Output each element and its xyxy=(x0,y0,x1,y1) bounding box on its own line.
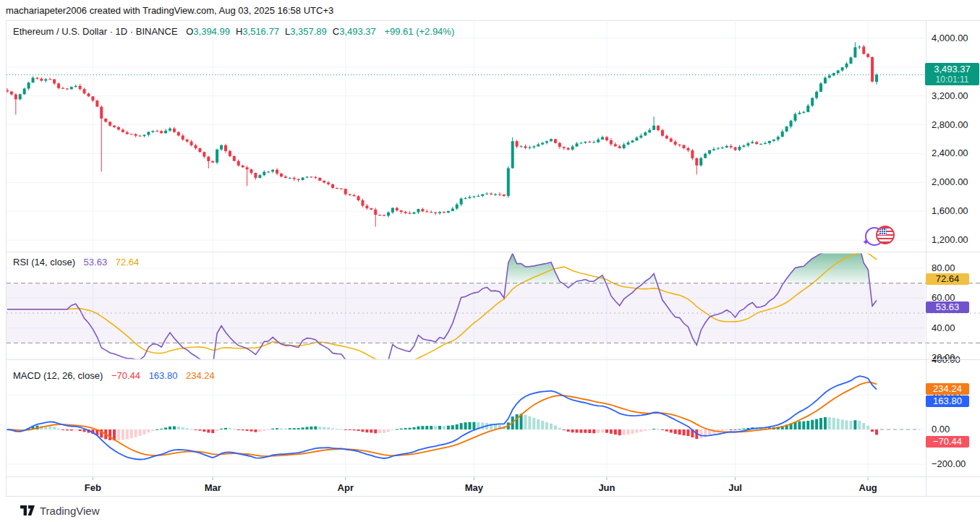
ohlc-label: C xyxy=(333,26,339,37)
price-axis-tick: 2,000.00 xyxy=(932,177,968,187)
rsi-title[interactable]: RSI (14, close) xyxy=(13,257,75,268)
rsi-pane[interactable] xyxy=(7,246,925,373)
price-axis-tick: 4,000.00 xyxy=(932,33,968,43)
rsi-axis-tick: 40.00 xyxy=(932,323,955,333)
symbol-header[interactable]: Ethereum / U.S. Dollar · 1D · BINANCE O3… xyxy=(13,26,454,37)
rsi-ma-badge: 72.64 xyxy=(926,273,969,285)
tradingview-logo-text: TradingView xyxy=(40,505,100,517)
macd-line-value: 163.80 xyxy=(149,370,178,381)
price-axis-tick: 2,400.00 xyxy=(932,148,968,158)
rsi-axis-tick: 80.00 xyxy=(932,263,955,273)
macd-axis-tick: 400.00 xyxy=(932,355,960,365)
price-axis-tick: 1,600.00 xyxy=(932,206,968,216)
time-axis-label-apr[interactable]: Apr xyxy=(338,482,354,493)
widget-bottom-border xyxy=(6,496,980,497)
time-axis-label-mar[interactable]: Mar xyxy=(205,482,221,493)
macd-title[interactable]: MACD (12, 26, close) xyxy=(13,370,103,381)
symbol-title[interactable]: Ethereum / U.S. Dollar · 1D · BINANCE xyxy=(13,26,178,37)
ohlc-value: 3,516.77 xyxy=(242,26,279,37)
macd-pane[interactable] xyxy=(6,376,878,459)
ohlc-values: O3,394.99H3,516.77L3,357.89C3,493.37 xyxy=(186,26,382,37)
last-price-badge: 3,493.37 10:01:11 xyxy=(925,63,979,85)
macd-axis-tick: 0.00 xyxy=(932,424,950,435)
macd-line-badge: 163.80 xyxy=(926,395,969,407)
macd-signal-value: 234.24 xyxy=(186,370,215,381)
ohlc-value: 3,394.99 xyxy=(193,26,230,37)
ohlc-label: O xyxy=(186,26,193,37)
price-pane[interactable] xyxy=(6,42,925,226)
widget-left-border xyxy=(6,20,7,496)
macd-header[interactable]: MACD (12, 26, close) −70.44 163.80 234.2… xyxy=(13,370,215,381)
last-price-value: 3,493.37 xyxy=(925,64,979,74)
rsi-badge: 53.63 xyxy=(926,301,969,313)
widget-top-border xyxy=(6,20,980,21)
time-axis-label-feb[interactable]: Feb xyxy=(85,482,101,493)
sparkle-icon: ✦ xyxy=(862,237,869,247)
price-axis-separator[interactable] xyxy=(926,20,926,496)
macd-timeaxis-separator xyxy=(6,476,980,477)
rsi-value: 53.63 xyxy=(84,257,108,268)
pair-logo: ✦ xyxy=(865,226,898,247)
rsi-ma-value: 72.64 xyxy=(116,257,140,268)
price-axis-tick: 1,200.00 xyxy=(932,235,968,245)
rsi-header[interactable]: RSI (14, close) 53.63 72.64 xyxy=(13,257,139,268)
price-axis-tick: 3,200.00 xyxy=(932,91,968,101)
change-value: +99.61 (+2.94%) xyxy=(384,26,454,37)
us-flag-icon xyxy=(876,226,895,244)
time-axis-label-jun[interactable]: Jun xyxy=(598,482,615,493)
ohlc-label: H xyxy=(236,26,242,37)
macd-histogram-badge: −70.44 xyxy=(926,436,969,448)
price-rsi-separator[interactable] xyxy=(6,252,980,252)
price-axis-tick: 2,800.00 xyxy=(932,120,968,130)
bar-countdown: 10:01:11 xyxy=(925,74,979,85)
rsi-macd-separator[interactable] xyxy=(6,359,980,360)
macd-histogram-value: −70.44 xyxy=(111,370,140,381)
time-axis-label-jul[interactable]: Jul xyxy=(728,482,742,493)
macd-signal-badge: 234.24 xyxy=(926,383,969,395)
tradingview-logo-icon xyxy=(20,505,35,516)
macd-axis-tick: −200.00 xyxy=(932,459,966,469)
ohlc-value: 3,493.37 xyxy=(339,26,376,37)
time-axis-label-aug[interactable]: Aug xyxy=(859,482,877,493)
tradingview-logo[interactable]: TradingView xyxy=(20,504,100,517)
ohlc-value: 3,357.89 xyxy=(290,26,327,37)
time-axis-label-may[interactable]: May xyxy=(465,482,483,493)
